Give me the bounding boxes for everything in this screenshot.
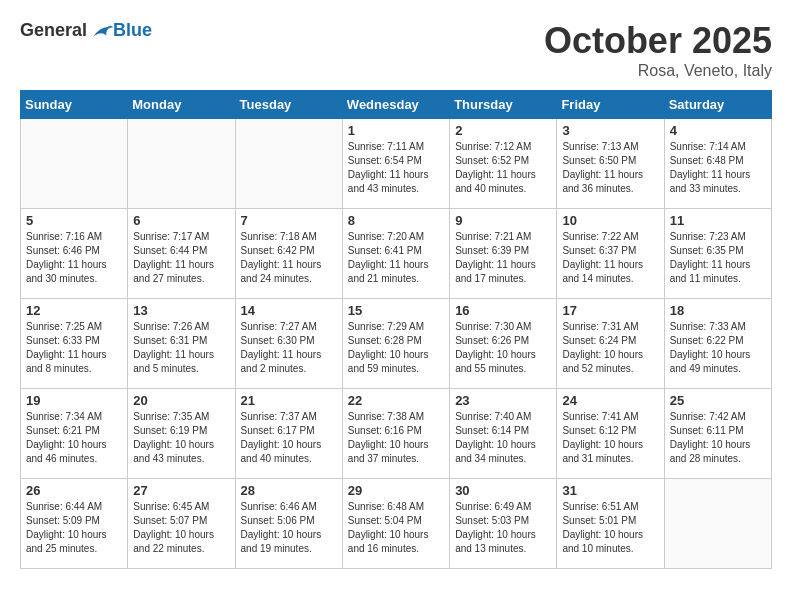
day-info: Sunrise: 7:37 AM Sunset: 6:17 PM Dayligh…: [241, 410, 337, 466]
day-number: 12: [26, 303, 122, 318]
day-info: Sunrise: 6:49 AM Sunset: 5:03 PM Dayligh…: [455, 500, 551, 556]
weekday-header-tuesday: Tuesday: [235, 91, 342, 119]
day-number: 28: [241, 483, 337, 498]
calendar-cell: 18Sunrise: 7:33 AM Sunset: 6:22 PM Dayli…: [664, 299, 771, 389]
day-number: 11: [670, 213, 766, 228]
calendar-week-3: 12Sunrise: 7:25 AM Sunset: 6:33 PM Dayli…: [21, 299, 772, 389]
day-number: 3: [562, 123, 658, 138]
calendar-cell: 1Sunrise: 7:11 AM Sunset: 6:54 PM Daylig…: [342, 119, 449, 209]
day-number: 16: [455, 303, 551, 318]
day-info: Sunrise: 7:26 AM Sunset: 6:31 PM Dayligh…: [133, 320, 229, 376]
day-number: 30: [455, 483, 551, 498]
calendar-cell: [21, 119, 128, 209]
day-info: Sunrise: 7:41 AM Sunset: 6:12 PM Dayligh…: [562, 410, 658, 466]
logo-bird-icon: [89, 21, 113, 41]
day-number: 18: [670, 303, 766, 318]
day-number: 19: [26, 393, 122, 408]
weekday-header-sunday: Sunday: [21, 91, 128, 119]
logo: General Blue: [20, 20, 152, 41]
day-info: Sunrise: 7:35 AM Sunset: 6:19 PM Dayligh…: [133, 410, 229, 466]
calendar-cell: 4Sunrise: 7:14 AM Sunset: 6:48 PM Daylig…: [664, 119, 771, 209]
calendar-cell: 3Sunrise: 7:13 AM Sunset: 6:50 PM Daylig…: [557, 119, 664, 209]
calendar-cell: 17Sunrise: 7:31 AM Sunset: 6:24 PM Dayli…: [557, 299, 664, 389]
day-info: Sunrise: 7:14 AM Sunset: 6:48 PM Dayligh…: [670, 140, 766, 196]
location-subtitle: Rosa, Veneto, Italy: [544, 62, 772, 80]
calendar-cell: 8Sunrise: 7:20 AM Sunset: 6:41 PM Daylig…: [342, 209, 449, 299]
day-info: Sunrise: 7:17 AM Sunset: 6:44 PM Dayligh…: [133, 230, 229, 286]
day-number: 29: [348, 483, 444, 498]
day-number: 5: [26, 213, 122, 228]
calendar-cell: 13Sunrise: 7:26 AM Sunset: 6:31 PM Dayli…: [128, 299, 235, 389]
day-info: Sunrise: 7:13 AM Sunset: 6:50 PM Dayligh…: [562, 140, 658, 196]
day-number: 23: [455, 393, 551, 408]
calendar-cell: 12Sunrise: 7:25 AM Sunset: 6:33 PM Dayli…: [21, 299, 128, 389]
calendar-cell: 24Sunrise: 7:41 AM Sunset: 6:12 PM Dayli…: [557, 389, 664, 479]
day-info: Sunrise: 7:31 AM Sunset: 6:24 PM Dayligh…: [562, 320, 658, 376]
day-number: 27: [133, 483, 229, 498]
day-number: 4: [670, 123, 766, 138]
day-number: 6: [133, 213, 229, 228]
day-info: Sunrise: 7:30 AM Sunset: 6:26 PM Dayligh…: [455, 320, 551, 376]
logo-general-text: General: [20, 20, 87, 41]
day-number: 8: [348, 213, 444, 228]
day-info: Sunrise: 6:46 AM Sunset: 5:06 PM Dayligh…: [241, 500, 337, 556]
day-number: 9: [455, 213, 551, 228]
day-info: Sunrise: 6:51 AM Sunset: 5:01 PM Dayligh…: [562, 500, 658, 556]
calendar-cell: 15Sunrise: 7:29 AM Sunset: 6:28 PM Dayli…: [342, 299, 449, 389]
day-info: Sunrise: 6:45 AM Sunset: 5:07 PM Dayligh…: [133, 500, 229, 556]
day-info: Sunrise: 7:40 AM Sunset: 6:14 PM Dayligh…: [455, 410, 551, 466]
weekday-header-thursday: Thursday: [450, 91, 557, 119]
day-info: Sunrise: 7:22 AM Sunset: 6:37 PM Dayligh…: [562, 230, 658, 286]
weekday-header-row: SundayMondayTuesdayWednesdayThursdayFrid…: [21, 91, 772, 119]
day-info: Sunrise: 7:23 AM Sunset: 6:35 PM Dayligh…: [670, 230, 766, 286]
day-number: 26: [26, 483, 122, 498]
day-info: Sunrise: 7:25 AM Sunset: 6:33 PM Dayligh…: [26, 320, 122, 376]
calendar-table: SundayMondayTuesdayWednesdayThursdayFrid…: [20, 90, 772, 569]
day-number: 14: [241, 303, 337, 318]
calendar-cell: 7Sunrise: 7:18 AM Sunset: 6:42 PM Daylig…: [235, 209, 342, 299]
calendar-cell: 10Sunrise: 7:22 AM Sunset: 6:37 PM Dayli…: [557, 209, 664, 299]
day-number: 22: [348, 393, 444, 408]
day-info: Sunrise: 7:21 AM Sunset: 6:39 PM Dayligh…: [455, 230, 551, 286]
calendar-cell: [235, 119, 342, 209]
calendar-cell: 23Sunrise: 7:40 AM Sunset: 6:14 PM Dayli…: [450, 389, 557, 479]
weekday-header-wednesday: Wednesday: [342, 91, 449, 119]
day-number: 31: [562, 483, 658, 498]
day-info: Sunrise: 7:16 AM Sunset: 6:46 PM Dayligh…: [26, 230, 122, 286]
calendar-cell: 2Sunrise: 7:12 AM Sunset: 6:52 PM Daylig…: [450, 119, 557, 209]
calendar-cell: 20Sunrise: 7:35 AM Sunset: 6:19 PM Dayli…: [128, 389, 235, 479]
day-number: 24: [562, 393, 658, 408]
calendar-cell: 9Sunrise: 7:21 AM Sunset: 6:39 PM Daylig…: [450, 209, 557, 299]
calendar-cell: 6Sunrise: 7:17 AM Sunset: 6:44 PM Daylig…: [128, 209, 235, 299]
month-title: October 2025: [544, 20, 772, 62]
weekday-header-monday: Monday: [128, 91, 235, 119]
day-number: 21: [241, 393, 337, 408]
day-info: Sunrise: 7:11 AM Sunset: 6:54 PM Dayligh…: [348, 140, 444, 196]
weekday-header-friday: Friday: [557, 91, 664, 119]
day-number: 2: [455, 123, 551, 138]
calendar-cell: [128, 119, 235, 209]
calendar-cell: 14Sunrise: 7:27 AM Sunset: 6:30 PM Dayli…: [235, 299, 342, 389]
day-number: 15: [348, 303, 444, 318]
calendar-cell: 21Sunrise: 7:37 AM Sunset: 6:17 PM Dayli…: [235, 389, 342, 479]
day-number: 13: [133, 303, 229, 318]
day-info: Sunrise: 7:34 AM Sunset: 6:21 PM Dayligh…: [26, 410, 122, 466]
day-info: Sunrise: 7:29 AM Sunset: 6:28 PM Dayligh…: [348, 320, 444, 376]
day-number: 1: [348, 123, 444, 138]
day-number: 10: [562, 213, 658, 228]
day-info: Sunrise: 7:12 AM Sunset: 6:52 PM Dayligh…: [455, 140, 551, 196]
calendar-cell: 16Sunrise: 7:30 AM Sunset: 6:26 PM Dayli…: [450, 299, 557, 389]
calendar-cell: 31Sunrise: 6:51 AM Sunset: 5:01 PM Dayli…: [557, 479, 664, 569]
calendar-cell: 27Sunrise: 6:45 AM Sunset: 5:07 PM Dayli…: [128, 479, 235, 569]
day-info: Sunrise: 6:48 AM Sunset: 5:04 PM Dayligh…: [348, 500, 444, 556]
day-info: Sunrise: 6:44 AM Sunset: 5:09 PM Dayligh…: [26, 500, 122, 556]
calendar-cell: 30Sunrise: 6:49 AM Sunset: 5:03 PM Dayli…: [450, 479, 557, 569]
calendar-cell: 29Sunrise: 6:48 AM Sunset: 5:04 PM Dayli…: [342, 479, 449, 569]
calendar-cell: 5Sunrise: 7:16 AM Sunset: 6:46 PM Daylig…: [21, 209, 128, 299]
day-number: 20: [133, 393, 229, 408]
calendar-week-5: 26Sunrise: 6:44 AM Sunset: 5:09 PM Dayli…: [21, 479, 772, 569]
weekday-header-saturday: Saturday: [664, 91, 771, 119]
day-number: 17: [562, 303, 658, 318]
day-info: Sunrise: 7:20 AM Sunset: 6:41 PM Dayligh…: [348, 230, 444, 286]
day-number: 25: [670, 393, 766, 408]
